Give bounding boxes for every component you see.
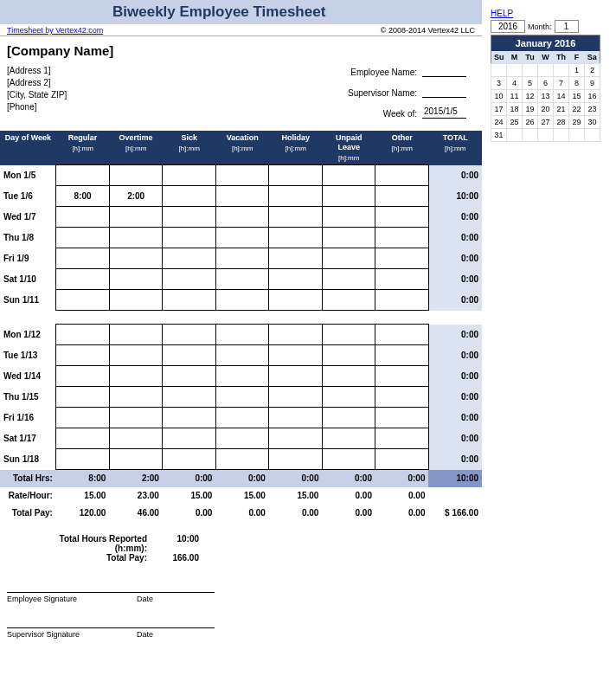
calendar-day[interactable]: 24 bbox=[491, 116, 507, 129]
calendar-day[interactable]: 1 bbox=[569, 64, 585, 77]
hours-cell[interactable] bbox=[215, 345, 269, 366]
hours-cell[interactable] bbox=[109, 248, 163, 269]
calendar-day[interactable]: 25 bbox=[507, 116, 523, 129]
hours-cell[interactable] bbox=[109, 345, 163, 366]
hours-cell[interactable] bbox=[109, 449, 163, 470]
hours-cell[interactable] bbox=[163, 165, 216, 186]
calendar-day[interactable]: 5 bbox=[523, 77, 538, 90]
hours-cell[interactable] bbox=[322, 387, 375, 408]
hours-cell[interactable] bbox=[215, 290, 269, 311]
hours-cell[interactable] bbox=[163, 408, 216, 428]
hours-cell[interactable] bbox=[215, 228, 269, 248]
calendar-day[interactable]: 13 bbox=[538, 90, 554, 103]
hours-cell[interactable] bbox=[56, 428, 110, 449]
hours-cell[interactable] bbox=[322, 186, 375, 207]
hours-cell[interactable] bbox=[322, 165, 375, 186]
hours-cell[interactable]: 8:00 bbox=[56, 186, 110, 207]
hours-cell[interactable] bbox=[56, 228, 110, 248]
calendar-day[interactable]: 20 bbox=[538, 103, 554, 116]
hours-cell[interactable] bbox=[163, 325, 216, 345]
calendar-year-input[interactable] bbox=[491, 20, 525, 33]
hours-cell[interactable] bbox=[375, 207, 429, 228]
calendar-day[interactable]: 4 bbox=[507, 77, 523, 90]
hours-cell[interactable] bbox=[163, 428, 216, 449]
hours-cell[interactable] bbox=[56, 325, 110, 345]
hours-cell[interactable] bbox=[163, 186, 216, 207]
hours-cell[interactable] bbox=[375, 387, 429, 408]
hours-cell[interactable] bbox=[56, 408, 110, 428]
hours-cell[interactable] bbox=[322, 228, 375, 248]
calendar-day[interactable]: 17 bbox=[491, 103, 507, 116]
hours-cell[interactable] bbox=[375, 269, 429, 290]
calendar-day[interactable]: 6 bbox=[538, 77, 554, 90]
supervisor-signature-line[interactable]: Supervisor Signature Date bbox=[7, 627, 215, 639]
hours-cell[interactable] bbox=[375, 345, 429, 366]
calendar-day[interactable]: 21 bbox=[554, 103, 569, 116]
hours-cell[interactable] bbox=[163, 290, 216, 311]
hours-cell[interactable] bbox=[322, 207, 375, 228]
calendar-day[interactable]: 28 bbox=[554, 116, 569, 129]
hours-cell[interactable] bbox=[269, 269, 323, 290]
hours-cell[interactable] bbox=[269, 449, 323, 470]
calendar-day[interactable]: 16 bbox=[585, 90, 600, 103]
hours-cell[interactable] bbox=[269, 207, 323, 228]
hours-cell[interactable] bbox=[322, 408, 375, 428]
hours-cell[interactable] bbox=[56, 248, 110, 269]
hours-cell[interactable] bbox=[269, 186, 323, 207]
calendar-day[interactable]: 7 bbox=[554, 77, 569, 90]
hours-cell[interactable] bbox=[375, 325, 429, 345]
hours-cell[interactable] bbox=[375, 186, 429, 207]
hours-cell[interactable] bbox=[269, 345, 323, 366]
calendar-day[interactable]: 14 bbox=[554, 90, 569, 103]
hours-cell[interactable] bbox=[375, 408, 429, 428]
calendar-day[interactable]: 11 bbox=[507, 90, 523, 103]
hours-cell[interactable] bbox=[322, 428, 375, 449]
hours-cell[interactable] bbox=[215, 325, 269, 345]
hours-cell[interactable] bbox=[109, 228, 163, 248]
calendar-month-input[interactable] bbox=[555, 20, 579, 33]
hours-cell[interactable] bbox=[322, 269, 375, 290]
hours-cell[interactable] bbox=[109, 428, 163, 449]
hours-cell[interactable] bbox=[109, 165, 163, 186]
hours-cell[interactable] bbox=[109, 325, 163, 345]
hours-cell[interactable] bbox=[56, 449, 110, 470]
hours-cell[interactable] bbox=[215, 207, 269, 228]
supervisor-name-input[interactable] bbox=[422, 86, 466, 98]
hours-cell[interactable] bbox=[163, 228, 216, 248]
hours-cell[interactable] bbox=[163, 366, 216, 387]
hours-cell[interactable] bbox=[215, 366, 269, 387]
hours-cell[interactable]: 2:00 bbox=[109, 186, 163, 207]
hours-cell[interactable] bbox=[322, 290, 375, 311]
hours-cell[interactable] bbox=[56, 165, 110, 186]
hours-cell[interactable] bbox=[322, 366, 375, 387]
hours-cell[interactable] bbox=[163, 207, 216, 228]
calendar-day[interactable]: 31 bbox=[491, 129, 507, 142]
hours-cell[interactable] bbox=[322, 248, 375, 269]
help-link[interactable]: HELP bbox=[491, 9, 513, 18]
hours-cell[interactable] bbox=[56, 207, 110, 228]
week-of-input[interactable]: 2015/1/5 bbox=[422, 106, 466, 119]
hours-cell[interactable] bbox=[375, 228, 429, 248]
hours-cell[interactable] bbox=[375, 449, 429, 470]
hours-cell[interactable] bbox=[109, 269, 163, 290]
hours-cell[interactable] bbox=[109, 408, 163, 428]
hours-cell[interactable] bbox=[215, 408, 269, 428]
hours-cell[interactable] bbox=[215, 248, 269, 269]
hours-cell[interactable] bbox=[375, 290, 429, 311]
calendar-day[interactable]: 3 bbox=[491, 77, 507, 90]
calendar-day[interactable]: 18 bbox=[507, 103, 523, 116]
calendar-day[interactable]: 8 bbox=[569, 77, 585, 90]
hours-cell[interactable] bbox=[269, 248, 323, 269]
employee-name-input[interactable] bbox=[422, 65, 466, 77]
hours-cell[interactable] bbox=[322, 449, 375, 470]
hours-cell[interactable] bbox=[375, 366, 429, 387]
hours-cell[interactable] bbox=[269, 325, 323, 345]
hours-cell[interactable] bbox=[109, 366, 163, 387]
calendar-day[interactable]: 23 bbox=[585, 103, 600, 116]
hours-cell[interactable] bbox=[215, 269, 269, 290]
calendar-day[interactable]: 12 bbox=[523, 90, 538, 103]
hours-cell[interactable] bbox=[375, 428, 429, 449]
hours-cell[interactable] bbox=[375, 248, 429, 269]
calendar-day[interactable]: 10 bbox=[491, 90, 507, 103]
calendar-day[interactable]: 26 bbox=[523, 116, 538, 129]
